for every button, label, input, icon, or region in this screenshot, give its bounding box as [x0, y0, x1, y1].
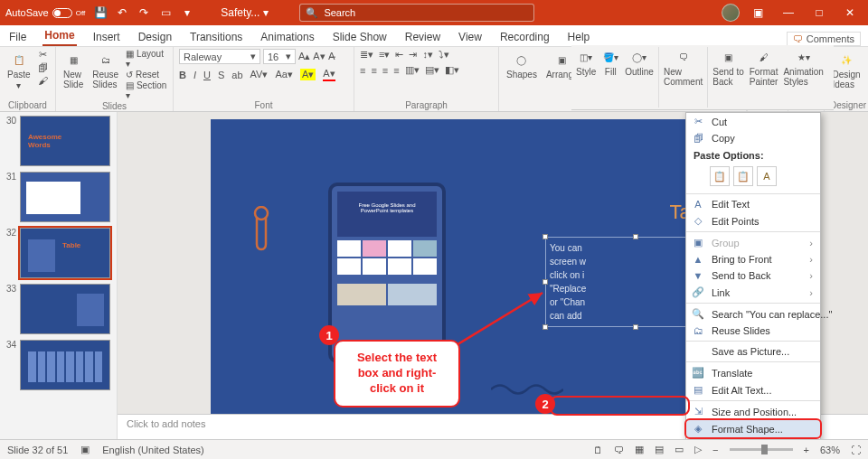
font-size-select[interactable]: 16▾ [263, 49, 296, 64]
shape-style-button[interactable]: ◫▾Style [575, 47, 597, 108]
tab-review[interactable]: Review [403, 28, 442, 46]
char-spacing-button[interactable]: AV▾ [250, 69, 269, 80]
shape-fill-button[interactable]: 🪣▾Fill [600, 47, 620, 108]
slideshow-view-icon[interactable]: ▷ [694, 444, 702, 455]
slide-thumb-32[interactable]: Table [20, 228, 110, 278]
qa-dropdown-icon[interactable]: ▾ [181, 6, 193, 19]
autosave-toggle[interactable]: AutoSave Off [5, 7, 85, 18]
tab-home[interactable]: Home [42, 26, 76, 46]
slideshow-icon[interactable]: ▭ [159, 6, 172, 19]
clear-format-icon[interactable]: A̶ [328, 51, 335, 62]
zoom-level[interactable]: 63% [820, 445, 840, 455]
layout-button[interactable]: ▦ Layout ▾ [126, 49, 167, 69]
cut-icon[interactable]: ✂ [39, 49, 47, 61]
notes-button[interactable]: 🗒 [593, 445, 603, 455]
tab-help[interactable]: Help [566, 28, 592, 46]
reuse-slides-button[interactable]: 🗂Reuse Slides [90, 49, 120, 91]
smartart-button[interactable]: ◧▾ [445, 64, 459, 76]
copy-icon[interactable]: 🗐 [38, 62, 48, 73]
tab-slide-show[interactable]: Slide Show [331, 28, 389, 46]
indent-decrease-button[interactable]: ⇤ [395, 49, 403, 61]
indent-increase-button[interactable]: ⇥ [409, 49, 417, 61]
underline-button[interactable]: U [203, 70, 211, 80]
shrink-font-icon[interactable]: A▾ [313, 51, 325, 62]
slide-thumb-30[interactable]: Awesome Words [20, 116, 110, 166]
align-text-button[interactable]: ▤▾ [425, 64, 439, 76]
tab-view[interactable]: View [457, 28, 484, 46]
text-direction-button[interactable]: ⤵▾ [439, 49, 449, 61]
italic-button[interactable]: I [193, 70, 196, 80]
document-name[interactable]: Safety... [221, 6, 259, 19]
language-indicator[interactable]: English (United States) [102, 445, 204, 455]
bullets-button[interactable]: ≣▾ [360, 49, 373, 61]
ctx-edit-points[interactable]: ◇Edit Points [686, 212, 820, 230]
line-spacing-button[interactable]: ↕▾ [422, 49, 433, 61]
reading-view-icon[interactable]: ▭ [675, 444, 684, 455]
ctx-format-shape[interactable]: ◈Format Shape... [686, 420, 820, 437]
tab-animations[interactable]: Animations [259, 28, 316, 46]
undo-icon[interactable]: ↶ [116, 6, 128, 19]
ctx-translate[interactable]: 🔤Translate [686, 364, 820, 381]
ctx-edit-text[interactable]: AEdit Text [686, 196, 820, 212]
font-family-select[interactable]: Raleway▾ [179, 49, 260, 64]
comments-button[interactable]: 🗨 Comments [787, 32, 861, 46]
fit-to-window-button[interactable]: ⛶ [851, 445, 861, 455]
section-button[interactable]: ▤ Section ▾ [126, 80, 167, 100]
strike-button[interactable]: S [218, 70, 224, 80]
ctx-size-position[interactable]: ⇲Size and Position... [686, 403, 820, 420]
align-right-button[interactable]: ≡ [382, 65, 388, 76]
tab-transitions[interactable]: Transitions [188, 28, 244, 46]
tab-file[interactable]: File [7, 28, 28, 46]
slide-canvas[interactable]: Free Google Slides and PowerPoint templa… [118, 112, 868, 439]
slide-thumb-33[interactable] [20, 284, 110, 334]
align-left-button[interactable]: ≡ [360, 65, 365, 76]
ctx-send-to-back[interactable]: ▼Send to Back› [686, 267, 820, 284]
format-painter-icon[interactable]: 🖌 [38, 75, 48, 86]
ribbon-display-icon[interactable]: ▣ [745, 0, 770, 25]
accessibility-icon[interactable]: ▣ [80, 444, 90, 455]
minimize-icon[interactable]: — [776, 0, 801, 25]
ctx-alt-text[interactable]: ▤Edit Alt Text... [686, 381, 820, 398]
chevron-down-icon[interactable]: ▾ [259, 6, 272, 19]
highlight-button[interactable]: A▾ [300, 69, 316, 80]
send-to-back-button[interactable]: ▣Send to Back [712, 47, 744, 108]
paste-text-only[interactable]: A [757, 166, 777, 186]
redo-icon[interactable]: ↷ [137, 6, 150, 19]
shapes-button[interactable]: ◯Shapes [505, 49, 539, 81]
shape-outline-button[interactable]: ◯▾Outline [624, 47, 655, 108]
font-color-button[interactable]: A▾ [323, 68, 335, 81]
comments-pane-button[interactable]: 🗨 [614, 445, 624, 455]
ctx-link[interactable]: 🔗Link› [686, 284, 820, 301]
ctx-search[interactable]: 🔍Search "You can replace..." [686, 305, 820, 323]
justify-button[interactable]: ≡ [393, 65, 399, 76]
tab-recording[interactable]: Recording [498, 28, 552, 46]
save-icon[interactable]: 💾 [94, 6, 107, 19]
bold-button[interactable]: B [179, 70, 186, 80]
maximize-icon[interactable]: □ [807, 0, 832, 25]
ctx-bring-to-front[interactable]: ▲Bring to Front› [686, 251, 820, 267]
design-ideas-button[interactable]: ✨Design Ideas [830, 49, 863, 91]
zoom-out-button[interactable]: − [712, 445, 718, 455]
ctx-save-as-picture[interactable]: Save as Picture... [686, 343, 820, 360]
normal-view-icon[interactable]: ▦ [635, 444, 644, 455]
paste-dest-theme[interactable]: 📋 [710, 166, 730, 186]
ctx-reuse-slides[interactable]: 🗂Reuse Slides [686, 323, 820, 339]
tab-design[interactable]: Design [137, 28, 174, 46]
sorter-view-icon[interactable]: ▤ [655, 444, 664, 455]
new-slide-button[interactable]: ▦New Slide [61, 49, 85, 91]
align-center-button[interactable]: ≡ [371, 65, 376, 76]
search-input[interactable]: 🔍 Search [299, 4, 534, 22]
grow-font-icon[interactable]: A▴ [298, 51, 310, 62]
slide-thumb-34[interactable] [20, 340, 110, 390]
ctx-cut[interactable]: ✂Cut [686, 113, 820, 130]
user-avatar[interactable] [722, 4, 740, 22]
new-comment-button[interactable]: 🗨New Comment [663, 47, 703, 108]
shadow-button[interactable]: ab [231, 70, 242, 80]
tab-insert[interactable]: Insert [91, 28, 122, 46]
reset-button[interactable]: ↺ Reset [126, 70, 167, 80]
change-case-button[interactable]: Aa▾ [275, 69, 292, 80]
zoom-slider[interactable] [730, 448, 793, 451]
ctx-copy[interactable]: 🗐Copy [686, 130, 820, 146]
animation-styles-button[interactable]: ★▾Animation Styles [782, 47, 824, 108]
numbering-button[interactable]: ≡▾ [379, 49, 390, 61]
